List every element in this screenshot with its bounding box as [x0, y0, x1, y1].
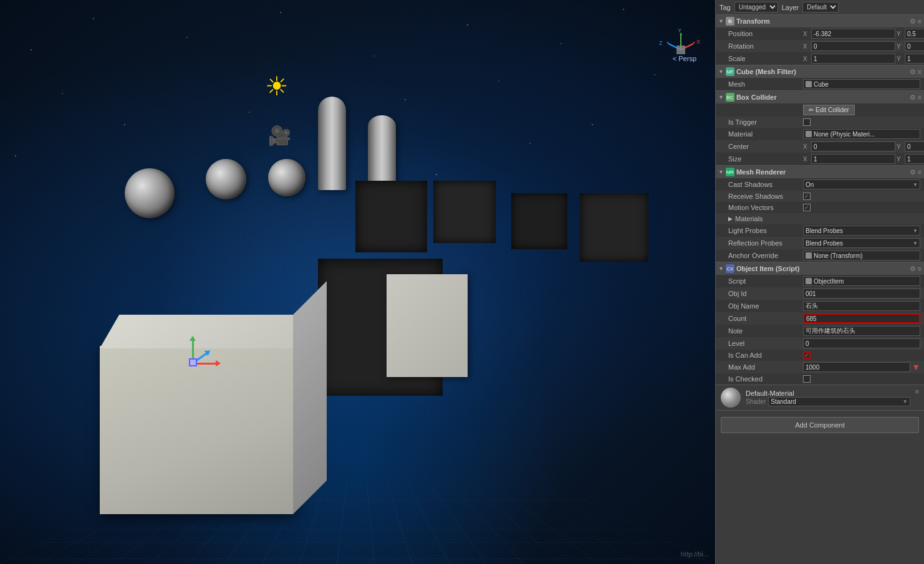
- anchor-override-label: Anchor Override: [728, 252, 803, 259]
- is-can-add-checkbox[interactable]: [803, 351, 811, 359]
- mesh-filter-menu[interactable]: ≡: [918, 68, 922, 75]
- is-trigger-label: Is Trigger: [728, 118, 803, 126]
- scl-x-input[interactable]: [811, 54, 895, 64]
- inspector-panel: Tag Untagged Layer Default ▼ ⊕ Transform…: [715, 0, 924, 564]
- motion-vectors-checkbox[interactable]: [803, 204, 811, 211]
- mesh-renderer-menu[interactable]: ≡: [918, 168, 922, 176]
- note-input[interactable]: [803, 326, 920, 336]
- transform-menu[interactable]: ≡: [918, 17, 922, 25]
- object-item-gear[interactable]: ⚙: [910, 265, 916, 273]
- mesh-renderer-gear[interactable]: ⚙: [910, 168, 916, 176]
- collider-material-label: Material: [728, 130, 803, 138]
- count-label: Count: [728, 315, 803, 322]
- level-input[interactable]: [803, 338, 920, 348]
- receive-shadows-checkbox[interactable]: [803, 193, 811, 200]
- transform-gizmo: [175, 333, 212, 371]
- layer-select[interactable]: Default: [802, 2, 839, 12]
- sx-input[interactable]: [811, 154, 895, 164]
- box-collider-section: ▼ BC Box Collider ⚙ ≡ ✏ Edit Collider Is…: [716, 91, 924, 166]
- orientation-gizmo[interactable]: X Y Z: [656, 28, 706, 78]
- pos-x-input[interactable]: [811, 29, 895, 39]
- reflection-probes-row: Reflection Probes Blend Probes ▼: [716, 237, 924, 249]
- sy-input[interactable]: [905, 154, 924, 164]
- mesh-filter-collapse: ▼: [718, 69, 724, 75]
- mesh-renderer-header[interactable]: ▼ MR Mesh Renderer ⚙ ≡: [716, 166, 924, 178]
- is-checked-label: Is Checked: [728, 375, 803, 383]
- object-item-collapse: ▼: [718, 265, 724, 272]
- mesh-value-field[interactable]: Cube: [803, 79, 920, 89]
- persp-label: < Persp: [673, 55, 696, 62]
- box-collider-menu[interactable]: ≡: [918, 93, 922, 101]
- transform-gear[interactable]: ⚙: [910, 17, 916, 26]
- svg-marker-1: [693, 42, 695, 44]
- cylinder-1: [318, 97, 346, 190]
- tag-label: Tag: [719, 4, 731, 11]
- selected-cube[interactable]: [100, 346, 293, 514]
- shader-arrow: ▼: [903, 399, 908, 404]
- rot-y-input[interactable]: [905, 41, 924, 51]
- mesh-renderer-section: ▼ MR Mesh Renderer ⚙ ≡ Cast Shadows On ▼…: [716, 166, 924, 262]
- light-probes-dropdown[interactable]: Blend Probes ▼: [803, 226, 920, 236]
- max-add-indicator: ▼: [912, 362, 920, 372]
- cy-input[interactable]: [905, 141, 924, 151]
- materials-row[interactable]: ▶ Materials: [716, 213, 924, 224]
- cy-label: Y: [897, 143, 904, 150]
- motion-vectors-label: Motion Vectors: [728, 204, 803, 211]
- scl-y-input[interactable]: [905, 54, 924, 64]
- box-collider-header[interactable]: ▼ BC Box Collider ⚙ ≡: [716, 91, 924, 103]
- collider-material-field[interactable]: None (Physic Materi...: [803, 129, 920, 139]
- is-checked-checkbox[interactable]: [803, 375, 811, 383]
- is-can-add-label: Is Can Add: [728, 351, 803, 359]
- scale-label: Scale: [728, 55, 803, 62]
- box-collider-gear[interactable]: ⚙: [910, 93, 916, 102]
- shader-dropdown[interactable]: Standard ▼: [768, 397, 910, 406]
- obj-name-input[interactable]: [803, 301, 920, 311]
- max-add-input[interactable]: [803, 362, 910, 372]
- count-input[interactable]: [803, 313, 920, 323]
- transform-section: ▼ ⊕ Transform ⚙ ≡ Position X Y Z Rotatio…: [716, 15, 924, 65]
- position-row: Position X Y Z: [716, 27, 924, 40]
- cx-label: X: [803, 143, 811, 150]
- is-trigger-row: Is Trigger: [716, 117, 924, 128]
- center-label: Center: [728, 143, 803, 150]
- shader-label: Shader: [746, 398, 766, 405]
- materials-label: Materials: [735, 215, 763, 222]
- add-component-btn[interactable]: Add Component: [721, 417, 919, 433]
- object-item-section: ▼ C# Object Item (Script) ⚙ ≡ Script Obj…: [716, 262, 924, 385]
- svg-text:Z: Z: [659, 40, 663, 46]
- rotation-label: Rotation: [728, 42, 803, 50]
- obj-id-input[interactable]: [803, 289, 920, 299]
- object-item-title: Object Item (Script): [736, 265, 908, 272]
- script-icon: [806, 278, 812, 284]
- transform-title: Transform: [736, 17, 908, 25]
- mesh-filter-section: ▼ MF Cube (Mesh Filter) ⚙ ≡ Mesh Cube: [716, 65, 924, 91]
- rot-x-input[interactable]: [811, 41, 895, 51]
- transform-collapse: ▼: [718, 18, 724, 24]
- reflection-probes-dropdown[interactable]: Blend Probes ▼: [803, 238, 920, 248]
- scl-x-label: X: [803, 55, 811, 62]
- mesh-filter-header[interactable]: ▼ MF Cube (Mesh Filter) ⚙ ≡: [716, 65, 924, 78]
- edit-collider-btn[interactable]: ✏ Edit Collider: [803, 105, 855, 115]
- anchor-override-field[interactable]: None (Transform): [803, 251, 920, 260]
- script-field[interactable]: ObjectItem: [803, 276, 920, 286]
- cx-input[interactable]: [811, 141, 895, 151]
- material-menu[interactable]: ≡: [915, 388, 919, 395]
- mesh-filter-gear[interactable]: ⚙: [910, 68, 916, 76]
- tag-select[interactable]: Untagged: [734, 2, 778, 12]
- object-item-menu[interactable]: ≡: [918, 265, 922, 272]
- reflection-probes-value: Blend Probes: [806, 240, 843, 247]
- mesh-renderer-collapse: ▼: [718, 169, 724, 175]
- is-trigger-checkbox[interactable]: [803, 118, 811, 126]
- cast-shadows-dropdown[interactable]: On ▼: [803, 179, 920, 189]
- object-item-header[interactable]: ▼ C# Object Item (Script) ⚙ ≡: [716, 262, 924, 275]
- edit-collider-icon: ✏: [809, 107, 814, 113]
- pos-y-input[interactable]: [905, 29, 924, 39]
- obj-id-label: Obj Id: [728, 290, 803, 297]
- box-collider-collapse: ▼: [718, 94, 724, 100]
- collider-material-icon: [806, 131, 812, 137]
- transform-header[interactable]: ▼ ⊕ Transform ⚙ ≡: [716, 15, 924, 27]
- scene-view[interactable]: ☀ 🎥: [0, 0, 715, 564]
- scale-row: Scale X Y Z: [716, 52, 924, 65]
- transform-icon: ⊕: [726, 17, 734, 26]
- material-sphere-icon: [721, 388, 741, 408]
